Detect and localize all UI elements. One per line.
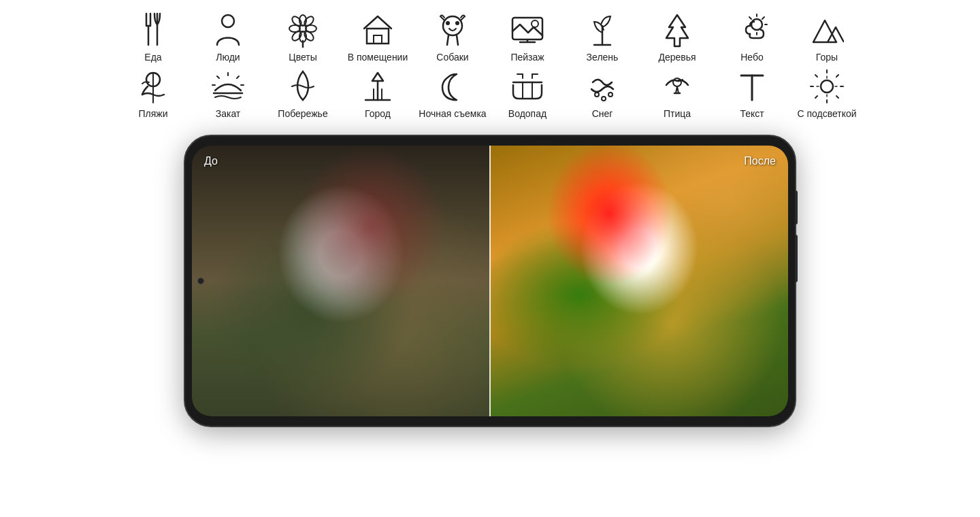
before-after-divider bbox=[489, 146, 491, 416]
trees-label: Деревья bbox=[658, 52, 696, 63]
city-label: Город bbox=[365, 108, 391, 120]
icon-dogs: Собаки bbox=[415, 12, 490, 63]
waterfall-label: Водопад bbox=[508, 108, 546, 120]
icon-coast: Побережье bbox=[265, 69, 340, 120]
food-label: Еда bbox=[144, 52, 161, 63]
waterfall-icon bbox=[510, 69, 544, 104]
text-label: Текст bbox=[740, 108, 764, 120]
people-label: Люди bbox=[216, 52, 240, 63]
svg-point-51 bbox=[602, 97, 606, 101]
bird-icon bbox=[662, 69, 692, 104]
phone-screen: До После bbox=[192, 146, 788, 416]
icon-flowers: Цветы bbox=[265, 12, 340, 63]
indoor-label: В помещении bbox=[348, 52, 408, 63]
svg-line-37 bbox=[217, 76, 219, 78]
icon-backlight: С подсветкой bbox=[789, 69, 864, 120]
svg-point-24 bbox=[532, 20, 538, 27]
svg-rect-17 bbox=[374, 35, 382, 44]
moon-icon bbox=[438, 69, 468, 104]
snow-icon bbox=[587, 69, 617, 104]
mountains-label: Горы bbox=[816, 52, 838, 63]
icon-food: Еда bbox=[116, 12, 191, 63]
cloud-sun-icon bbox=[735, 12, 769, 48]
beach-label: Пляжи bbox=[139, 108, 168, 120]
icon-sky: Небо bbox=[715, 12, 789, 63]
svg-point-20 bbox=[455, 21, 459, 25]
dog-icon bbox=[438, 12, 468, 48]
icon-sunset: Закат bbox=[191, 69, 265, 120]
icon-night: Ночная съемка bbox=[415, 69, 490, 120]
icon-greenery: Зелень bbox=[565, 12, 640, 63]
snow-label: Снег bbox=[592, 108, 613, 120]
icon-waterfall: Водопад bbox=[490, 69, 565, 120]
before-image bbox=[192, 146, 490, 416]
side-button-volume bbox=[795, 235, 798, 282]
icon-bird: Птица bbox=[640, 69, 715, 120]
icon-city: Город bbox=[340, 69, 415, 120]
icons-row-2: Пляжи Закат bbox=[116, 69, 864, 120]
text-T-icon bbox=[737, 69, 767, 104]
backlight-label: С подсветкой bbox=[797, 108, 856, 120]
person-icon bbox=[214, 12, 242, 48]
svg-rect-23 bbox=[512, 18, 542, 39]
svg-point-52 bbox=[608, 93, 612, 97]
landscape-label: Пейзаж bbox=[510, 52, 544, 63]
before-label: До bbox=[204, 155, 218, 167]
after-label: После bbox=[744, 155, 776, 167]
svg-line-63 bbox=[836, 75, 838, 77]
sky-label: Небо bbox=[740, 52, 764, 63]
icon-trees: Деревья bbox=[640, 12, 715, 63]
svg-point-58 bbox=[821, 80, 833, 93]
greenery-label: Зелень bbox=[587, 52, 619, 63]
icon-people: Люди bbox=[191, 12, 265, 63]
svg-line-31 bbox=[762, 17, 764, 19]
tree-icon bbox=[664, 12, 691, 48]
dogs-label: Собаки bbox=[436, 52, 468, 63]
coast-label: Побережье bbox=[278, 108, 327, 120]
sunset-label: Закат bbox=[216, 108, 241, 120]
svg-line-22 bbox=[457, 35, 458, 45]
icon-beach: Пляжи bbox=[116, 69, 191, 120]
sunset-icon bbox=[211, 69, 245, 104]
landscape-icon bbox=[510, 12, 544, 48]
icon-landscape: Пейзаж bbox=[490, 12, 565, 63]
bird-label: Птица bbox=[664, 108, 691, 120]
svg-line-66 bbox=[815, 75, 817, 77]
svg-line-21 bbox=[447, 35, 448, 45]
fork-knife-icon bbox=[141, 12, 165, 48]
mountain-icon bbox=[810, 12, 844, 48]
backlight-icon bbox=[810, 69, 844, 104]
house-icon bbox=[361, 12, 395, 48]
beach-icon bbox=[138, 69, 168, 104]
after-image bbox=[490, 146, 788, 416]
city-icon bbox=[363, 69, 393, 104]
svg-line-65 bbox=[836, 96, 838, 98]
svg-point-55 bbox=[678, 80, 680, 82]
phone-wrapper: До После bbox=[184, 135, 796, 427]
svg-point-18 bbox=[443, 16, 462, 35]
svg-point-53 bbox=[673, 78, 681, 86]
side-button-power bbox=[795, 190, 798, 224]
icon-snow: Снег bbox=[565, 69, 640, 120]
svg-line-36 bbox=[237, 76, 239, 78]
camera-hole bbox=[197, 278, 204, 284]
coast-icon bbox=[288, 69, 318, 104]
svg-line-64 bbox=[815, 96, 817, 98]
phone-frame: До После bbox=[184, 135, 796, 427]
svg-point-19 bbox=[446, 21, 450, 25]
night-label: Ночная съемка bbox=[419, 108, 486, 120]
icon-text: Текст bbox=[715, 69, 789, 120]
icon-mountains: Горы bbox=[789, 12, 864, 63]
svg-point-50 bbox=[595, 93, 599, 97]
svg-point-5 bbox=[222, 15, 234, 27]
flowers-label: Цветы bbox=[289, 52, 316, 63]
icons-row-1: Еда Люди bbox=[116, 12, 864, 63]
icons-section: Еда Люди bbox=[0, 0, 980, 125]
svg-line-32 bbox=[749, 17, 751, 19]
icon-indoor: В помещении bbox=[340, 12, 415, 63]
flower-icon bbox=[288, 12, 318, 48]
svg-point-27 bbox=[751, 19, 762, 30]
plant-icon bbox=[589, 12, 616, 48]
